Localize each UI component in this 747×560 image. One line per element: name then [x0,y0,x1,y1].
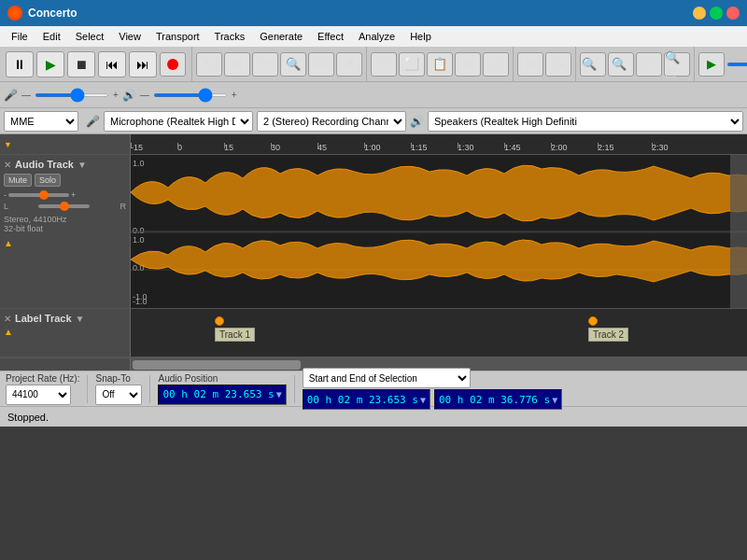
spk-minus: — [140,90,149,100]
zoom-sel-button[interactable]: 🔍▣ [664,52,690,77]
tick-0: 0 [177,143,182,154]
pause-button[interactable]: ⏸ [6,51,34,77]
selection-tool[interactable]: ↖ [196,52,222,77]
menu-tracks[interactable]: Tracks [207,29,253,44]
audio-pos-dropdown[interactable]: ▼ [276,389,282,399]
svg-text:1.0: 1.0 [133,235,145,245]
redo-button[interactable]: ↪ [545,52,571,77]
skip-end-button[interactable]: ⏭ [129,51,157,77]
gain-slider[interactable] [8,193,69,197]
output-select[interactable]: Speakers (Realtek High Definiti [428,111,743,132]
ruler-spacer: ▼ [0,134,131,154]
audio-position-value: 00 h 02 m 23.653 s [162,388,274,400]
track-dropdown-icon[interactable]: ▼ [78,160,87,170]
menu-select[interactable]: Select [68,29,112,44]
menu-analyze[interactable]: Analyze [351,29,402,44]
channels-select[interactable]: 2 (Stereo) Recording Channels [257,111,406,132]
menu-file[interactable]: File [4,29,35,44]
zoom-tool[interactable]: 🔍 [280,52,306,77]
tick-30: 30 [271,143,280,154]
track-info: Stereo, 44100Hz32-bit float [4,215,126,233]
menu-edit[interactable]: Edit [35,29,68,44]
mute-button[interactable]: Mute [4,174,32,187]
menu-transport[interactable]: Transport [148,29,207,44]
mic-volume-slider[interactable] [35,93,109,97]
zoom-out-button[interactable]: 🔍- [608,52,634,77]
sel-start-dropdown[interactable]: ▼ [420,395,426,405]
track-end-marker [730,155,747,308]
selection-mode-select[interactable]: Start and End of Selection [303,368,471,388]
divider-2 [149,375,150,403]
cut-button[interactable]: ✂ [371,52,397,77]
tick-200: 2:00 [551,143,568,154]
microphone-select[interactable]: Microphone (Realtek High Defini [104,111,253,132]
audio-track-name: Audio Track [15,159,74,170]
undo-button[interactable]: ↩ [517,52,543,77]
skip-start-button[interactable]: ⏮ [98,51,126,77]
pan-slider[interactable] [38,204,90,208]
menu-effect[interactable]: Effect [310,29,351,44]
tick-15: 15 [224,143,233,154]
draw-tool[interactable]: ✏ [252,52,278,77]
menu-help[interactable]: Help [402,29,439,44]
tick-145: 1:45 [504,143,521,154]
divider-3 [294,375,295,403]
scrollbar-thumb[interactable] [133,360,301,370]
tick-115: 1:15 [411,143,428,154]
label-text-track1[interactable]: Track 1 [215,328,255,342]
spk-plus: + [232,90,237,100]
mic-device-icon: 🎤 [86,115,100,128]
audio-position-label: Audio Position [158,373,286,384]
multi-tool[interactable]: ✦ [336,52,362,77]
maximize-button[interactable] [710,7,723,20]
label-marker-track2: Track 2 [588,316,628,342]
minimize-button[interactable] [693,7,706,20]
gain-minus: - [4,190,7,200]
menu-view[interactable]: View [111,29,148,44]
solo-button[interactable]: Solo [35,174,61,187]
label-dot-2 [588,316,598,326]
track-collapse-btn[interactable]: ▲ [4,238,13,248]
audio-track-waveform[interactable]: 1.0 0.0 -1.0 1.0 0.0 -1.0 [131,155,747,308]
zoom-fit-button[interactable]: ⛶ [636,52,662,77]
snap-to-select[interactable]: Off [95,385,142,405]
selection-start-display[interactable]: 00 h 02 m 23.653 s ▼ [303,389,430,410]
silence-button[interactable]: ▭ [483,52,509,77]
project-rate-select[interactable]: 44100 [6,385,71,405]
label-track-dropdown[interactable]: ▼ [76,314,85,324]
track-close-btn[interactable]: ✕ [4,160,11,170]
label-track-close[interactable]: ✕ [4,314,11,324]
play-speed-button[interactable]: ▶ [698,52,725,77]
scrollbar-header-spacer [0,358,131,371]
pan-left: L [4,202,8,211]
label-text-track2[interactable]: Track 2 [588,328,628,342]
device-row: MME 🎤 Microphone (Realtek High Defini 2 … [0,108,747,134]
trim-button[interactable]: ⊠ [455,52,481,77]
close-button[interactable] [726,7,740,20]
label-track-expand[interactable]: ▲ [4,327,13,337]
sel-end-dropdown[interactable]: ▼ [552,395,557,405]
timeshift-tool[interactable]: ⟺ [308,52,334,77]
selection-end-display[interactable]: 00 h 02 m 36.776 s ▼ [434,389,562,410]
play-button[interactable]: ▶ [36,51,64,77]
label-track-header: ✕ Label Track ▼ ▲ [0,309,131,357]
bottom-controls: Project Rate (Hz): 44100 Snap-To Off Aud… [0,371,747,406]
title-bar: Concerto [0,0,747,26]
envelope-tool[interactable]: ≋ [224,52,250,77]
label-dot-1 [215,316,224,326]
record-button[interactable] [160,52,186,77]
stop-button[interactable]: ⏹ [67,51,95,77]
audio-position-display[interactable]: 00 h 02 m 23.653 s ▼ [158,385,286,405]
driver-select[interactable]: MME [4,111,78,132]
menu-generate[interactable]: Generate [252,29,310,44]
speaker-volume-slider[interactable] [153,93,228,97]
zoom-in-button[interactable]: 🔍+ [580,52,606,77]
copy-button[interactable]: ⬜ [399,52,425,77]
speaker-icon: 🔊 [122,89,136,102]
tick-215: 2:15 [598,143,614,154]
gain-plus: + [71,190,76,200]
paste-button[interactable]: 📋 [427,52,453,77]
playback-speed-slider[interactable] [726,63,747,66]
label-track-content[interactable]: Track 1 Track 2 [131,309,747,357]
tick-230: 2:30 [652,143,669,154]
